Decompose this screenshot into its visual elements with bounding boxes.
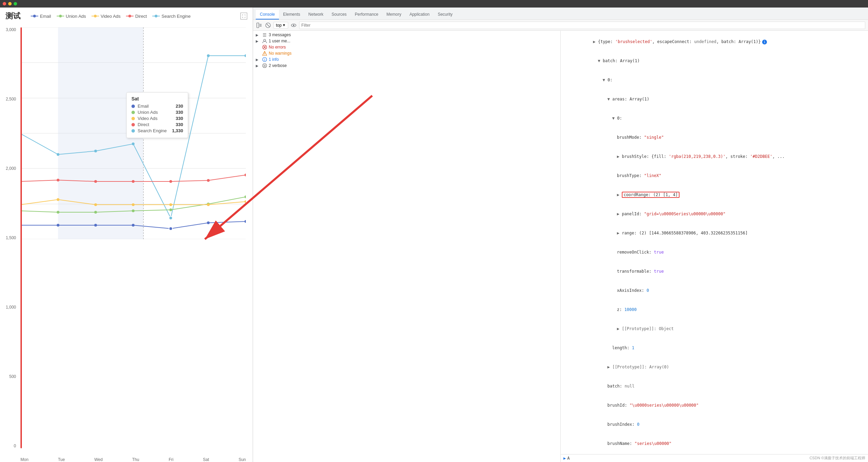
expand-proto-0[interactable]: ▶ [617,326,622,331]
maximize-dot[interactable] [14,2,17,5]
tree-line-range[interactable]: ▶ range: (2) [144.30665588378906, 403.32… [563,223,865,243]
tooltip-value-search-engine: 1,330 [169,128,183,133]
devtools-tabs: Console Elements Network Sources Perform… [253,8,868,20]
union-ads-dot-3 [132,209,135,212]
messages-group-user[interactable]: ▶ 1 user me... [253,38,560,44]
info-icon [262,57,267,62]
svg-point-16 [264,39,266,41]
devtools-panel: Console Elements Network Sources Perform… [253,8,868,462]
legend-item-video-ads[interactable]: Video Ads [92,14,121,19]
messages-group-all[interactable]: ▶ ☰ 3 messages [253,32,560,38]
x-label-sat: Sat [203,457,209,462]
expand-panelid[interactable]: ▶ [617,212,622,216]
expand-4[interactable]: ▼ [612,116,617,121]
tab-network[interactable]: Network [304,10,327,19]
expand-coordrange[interactable]: ▶ [617,192,622,197]
y-label-3000: 3,000 [6,27,16,32]
expand-brushstyle[interactable]: ▶ [617,154,622,159]
context-chevron: ▼ [282,23,286,27]
devtools-toolbar: top ▼ [253,20,868,31]
direct-dot-6 [244,174,246,176]
messages-group-warnings[interactable]: ▶ No warnings [253,51,560,57]
watermark: CSDN ©满腹子技术的前端工程师 [810,456,865,461]
legend-item-direct[interactable]: Direct [126,14,147,19]
context-label: top [276,23,282,28]
fullscreen-button[interactable]: ⛶ [240,13,247,19]
context-selector[interactable]: top ▼ [274,22,288,29]
tree-line-2[interactable]: ▼ 0: [563,70,865,90]
tree-line-brushmode: brushMode: "single" [563,128,865,147]
console-sidebar-toggle[interactable] [256,22,263,29]
tree-line-length-0: length: 1 [563,338,865,357]
legend-label-union-ads: Union Ads [66,14,86,19]
tooltip-row-direct: Direct 330 [131,122,183,127]
svg-point-22 [264,54,265,55]
search-engine-dot-5 [207,54,210,57]
messages-group-errors[interactable]: ▶ No errors [253,44,560,51]
minimize-dot[interactable] [8,2,12,5]
expand-proto-array-0[interactable]: ▶ [607,365,612,369]
tree-line-xaxisindex: xAxisIndex: 0 [563,281,865,300]
info-count: 1 info [269,57,279,62]
legend-item-email[interactable]: Email [31,14,51,19]
tab-sources[interactable]: Sources [327,10,351,19]
verbose-count: 2 verbose [269,63,287,68]
expand-2[interactable]: ▼ [603,78,607,82]
tree-line-brushtype: brushType: "lineX" [563,166,865,185]
video-ads-dot-6 [244,200,246,203]
email-dot-2 [94,224,97,227]
tree-line-brushname: brushName: "series\u00000" [563,434,865,453]
tooltip-value-direct: 330 [169,122,183,127]
expand-3[interactable]: ▼ [607,97,612,101]
y-axis: 3,000 2,500 2,000 1,500 1,000 500 0 [0,27,19,448]
tooltip-row-email: Email 230 [131,104,183,109]
tab-security[interactable]: Security [434,10,457,19]
main-area: 测试 Email Union Ads [0,8,868,462]
expand-range[interactable]: ▶ [617,231,622,235]
tree-line-0[interactable]: ▶ {type: 'brushselected', escapeConnect:… [563,32,865,51]
tab-performance[interactable]: Performance [351,10,382,19]
list-icon: ☰ [262,32,267,38]
expand-1[interactable]: ▼ [598,58,603,63]
svg-rect-8 [257,23,259,28]
video-ads-dot-5 [207,203,210,206]
tree-line-brushstyle[interactable]: ▶ brushStyle: {fill: 'rgba(210,219,238,0… [563,147,865,166]
y-label-500: 500 [9,374,16,379]
tooltip-row-search-engine: Search Engine 1,330 [131,128,183,133]
tree-line-proto-0[interactable]: ▶ [[Prototype]]: Object [563,319,865,338]
tooltip-value-email: 230 [169,104,183,109]
tree-line-proto-array-0[interactable]: ▶ [[Prototype]]: Array(0) [563,357,865,377]
messages-group-info[interactable]: ▶ 1 info [253,57,560,63]
no-warnings-icon [262,51,267,56]
union-ads-dot-4 [169,208,172,211]
tree-line-batch-null: batch: null [563,377,865,396]
legend-item-union-ads[interactable]: Union Ads [57,14,86,19]
console-filter-input[interactable] [299,22,865,29]
tree-line-brushindex: brushIndex: 0 [563,415,865,434]
tab-application[interactable]: Application [405,10,434,19]
tree-line-4[interactable]: ▼ 0: [563,109,865,128]
eye-icon[interactable] [290,22,297,29]
expand-arrow-messages: ▶ [256,33,261,37]
messages-group-verbose[interactable]: ▶ 2 verbose [253,63,560,69]
tree-line-3[interactable]: ▼ areas: Array(1) [563,90,865,109]
tab-console[interactable]: Console [256,10,279,19]
clear-console-button[interactable] [265,22,271,29]
video-ads-dot-0 [20,203,22,206]
close-dot[interactable] [3,2,6,5]
tooltip-row-video-ads: Video Ads 330 [131,116,183,121]
tab-memory[interactable]: Memory [382,10,405,19]
tab-elements[interactable]: Elements [279,10,304,19]
search-engine-dot-4 [169,216,172,220]
x-label-thu: Thu [132,457,139,462]
tree-line-removeonclick: removeOnClick: true [563,243,865,262]
x-axis: Mon Tue Wed Thu Fri Sat Sun [20,457,246,462]
legend-label-video-ads: Video Ads [101,14,121,19]
expand-arrow-user: ▶ [256,39,261,43]
direct-dot-4 [169,180,172,183]
expand-0[interactable]: ▶ [593,39,598,44]
legend-item-search-engine[interactable]: Search Engine [152,14,191,19]
tree-line-1[interactable]: ▼ batch: Array(1) [563,51,865,70]
tree-line-coordrange[interactable]: ▶ coordRange: (2) [1, 4] [563,185,865,204]
tooltip-label-search-engine: Search Engine [138,128,167,133]
